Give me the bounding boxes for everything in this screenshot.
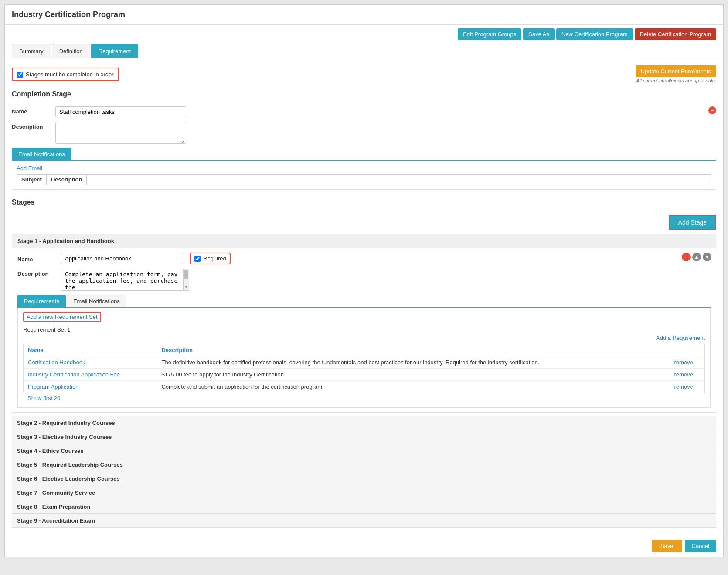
req-desc-sort-link[interactable]: Description — [161, 347, 193, 353]
stage1-description-label: Description — [17, 269, 61, 277]
stage1-required-checkbox[interactable]: Required — [190, 253, 231, 264]
requirements-table: Name Description Certification Handbook … — [23, 344, 705, 393]
email-col-description: Description — [47, 175, 87, 185]
stage1-name-input[interactable] — [61, 253, 183, 264]
stage6-header[interactable]: Stage 6 - Elective Leadership Courses — [12, 472, 716, 486]
email-table-header: Subject Description — [17, 174, 711, 185]
update-enrollments-area: Update Current Enrollments All current e… — [636, 65, 716, 83]
stage2-header[interactable]: Stage 2 - Required Industry Courses — [12, 416, 716, 430]
bottom-toolbar: Save Cancel — [5, 535, 723, 557]
stage1-remove-button[interactable]: − — [682, 253, 691, 261]
new-certification-program-button[interactable]: New Certification Program — [556, 28, 633, 40]
show-first-link[interactable]: Show first 20 — [23, 393, 705, 403]
table-row: Program Application Complete and submit … — [24, 381, 705, 393]
req-col-name: Name — [24, 344, 157, 356]
stage7-header[interactable]: Stage 7 - Community Service — [12, 486, 716, 500]
req-remove-link-1[interactable]: remove — [674, 359, 693, 366]
req-desc-cell: $175.00 fee to apply for the Industry Ce… — [157, 369, 670, 381]
stages-order-label: Stages must be completed in order — [26, 71, 114, 78]
stage1-req-panel: Add a new Requirement Set Requirement Se… — [17, 308, 711, 408]
req-desc-cell: Complete and submit an application for t… — [157, 381, 670, 393]
stage1-scrollbar[interactable]: ▼ — [183, 269, 189, 291]
stage1-move-down-button[interactable]: ▼ — [703, 253, 711, 261]
stage1-scrollbar-thumb — [184, 270, 188, 279]
table-row: Industry Certification Application Fee $… — [24, 369, 705, 381]
completion-stage-remove-button[interactable]: − — [708, 106, 716, 114]
req-name-cell: Program Application — [24, 381, 157, 393]
completion-sub-tabs: Email Notifications — [12, 148, 716, 161]
add-req-set-link[interactable]: Add a new Requirement Set — [23, 312, 101, 322]
req-name-sort-link[interactable]: Name — [28, 347, 43, 353]
save-button[interactable]: Save — [652, 540, 682, 552]
stage1-header: Stage 1 - Application and Handbook — [12, 234, 716, 248]
stage1-desc-wrapper: Complete an application form, pay the ap… — [61, 269, 711, 291]
collapsed-stages: Stage 2 - Required Industry Courses Stag… — [12, 416, 716, 528]
edit-program-groups-button[interactable]: Edit Program Groups — [458, 28, 521, 40]
cancel-button[interactable]: Cancel — [685, 540, 716, 552]
tab-summary[interactable]: Summary — [12, 44, 51, 58]
req-name-cell: Industry Certification Application Fee — [24, 369, 157, 381]
page-title: Industry Certification Program — [12, 10, 125, 19]
tab-definition[interactable]: Definition — [52, 44, 90, 58]
enrollments-note: All current enrollments are up to date. — [636, 78, 716, 83]
stage1-email-notifications-tab[interactable]: Email Notifications — [67, 295, 126, 307]
stage1-actions: − ▲ ▼ — [682, 253, 711, 261]
completion-description-label: Description — [12, 122, 55, 130]
completion-email-tab[interactable]: Email Notifications — [12, 148, 71, 160]
email-col-subject: Subject — [17, 175, 47, 185]
tab-requirement[interactable]: Requirement — [91, 44, 138, 58]
stage1-description-row: Description Complete an application form… — [17, 269, 711, 291]
toolbar: Edit Program Groups Save As New Certific… — [5, 25, 723, 44]
req-action-cell: remove — [670, 381, 705, 393]
stage1-requirements-tab[interactable]: Requirements — [17, 295, 66, 307]
add-req-link[interactable]: Add a Requirement — [23, 335, 705, 341]
req-remove-link-3[interactable]: remove — [674, 383, 693, 390]
update-enrollments-button[interactable]: Update Current Enrollments — [636, 65, 716, 77]
stage1-name-label: Name — [17, 254, 61, 263]
req-set-title: Requirement Set 1 — [23, 326, 705, 333]
main-tabs: Summary Definition Requirement — [5, 44, 723, 58]
stage1-block: Stage 1 - Application and Handbook − ▲ ▼… — [12, 234, 716, 413]
req-action-cell: remove — [670, 369, 705, 381]
req-desc-cell: The definitive handbook for certified pr… — [157, 356, 670, 369]
stage9-header[interactable]: Stage 9 - Accreditation Exam — [12, 514, 716, 528]
stage1-required-input[interactable] — [194, 256, 201, 262]
add-email-link[interactable]: Add Email — [17, 165, 711, 171]
stages-order-checkbox[interactable]: Stages must be completed in order — [12, 68, 119, 81]
req-col-description: Description — [157, 344, 670, 356]
stages-section-title: Stages — [12, 199, 716, 209]
req-col-actions — [670, 344, 705, 356]
stage1-name-row: Name Required — [17, 253, 711, 264]
delete-certification-program-button[interactable]: Delete Certification Program — [635, 28, 716, 40]
stages-order-row: Stages must be completed in order Update… — [12, 65, 716, 83]
completion-email-panel: Add Email Subject Description — [12, 161, 716, 190]
stage1-description-textarea[interactable]: Complete an application form, pay the ap… — [61, 269, 183, 291]
completion-stage-title: Completion Stage — [12, 90, 716, 101]
stage8-header[interactable]: Stage 8 - Exam Preparation — [12, 500, 716, 514]
stage5-header[interactable]: Stage 5 - Required Leadership Courses — [12, 458, 716, 472]
stage4-header[interactable]: Stage 4 - Ethics Courses — [12, 444, 716, 458]
completion-description-textarea[interactable] — [55, 122, 186, 144]
req-name-cell: Certification Handbook — [24, 356, 157, 369]
stages-section: Stages Add Stage Stage 1 - Application a… — [12, 199, 716, 528]
save-as-button[interactable]: Save As — [523, 28, 555, 40]
req-name-link-3[interactable]: Program Application — [28, 383, 78, 390]
req-name-link-1[interactable]: Certification Handbook — [28, 359, 85, 366]
stage1-required-label: Required — [203, 255, 226, 262]
stage3-header[interactable]: Stage 3 - Elective Industry Courses — [12, 430, 716, 444]
req-name-link-2[interactable]: Industry Certification Application Fee — [28, 371, 120, 378]
completion-description-row: Description — [12, 122, 703, 144]
stage1-form: − ▲ ▼ Name Required Description — [12, 248, 716, 412]
req-remove-link-2[interactable]: remove — [674, 371, 693, 378]
add-stage-button[interactable]: Add Stage — [669, 215, 716, 230]
completion-name-input[interactable] — [55, 106, 186, 117]
table-row: Certification Handbook The definitive ha… — [24, 356, 705, 369]
stage1-move-up-button[interactable]: ▲ — [692, 253, 701, 261]
req-action-cell: remove — [670, 356, 705, 369]
stage1-sub-tabs: Requirements Email Notifications — [17, 295, 711, 308]
completion-name-row: Name — [12, 106, 703, 117]
add-stage-row: Add Stage — [12, 215, 716, 230]
completion-name-label: Name — [12, 106, 55, 115]
stages-order-input[interactable] — [17, 72, 23, 78]
completion-stage-section: Completion Stage − Name Description Emai… — [12, 90, 716, 190]
